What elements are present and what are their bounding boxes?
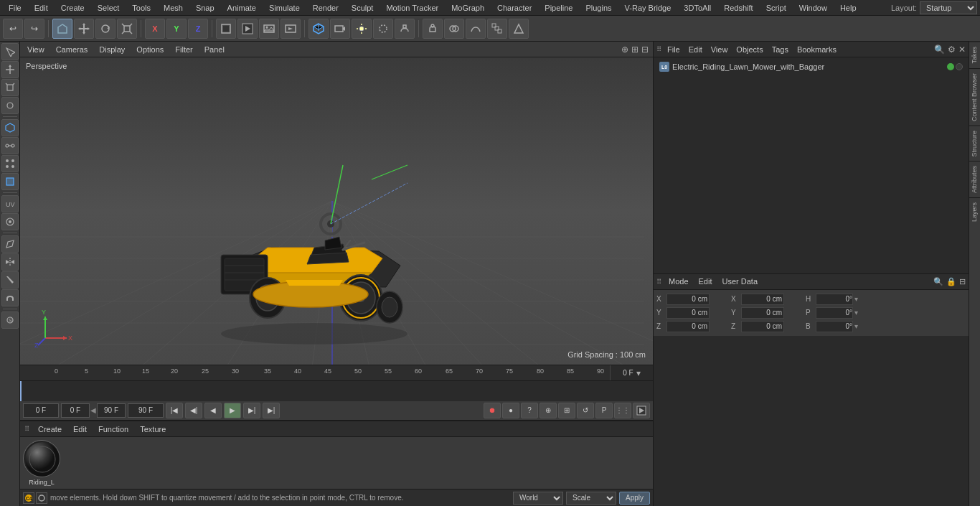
- magnet-btn[interactable]: [1, 289, 19, 306]
- menu-pipeline[interactable]: Pipeline: [539, 2, 578, 14]
- scale-tool-btn[interactable]: [1, 79, 19, 96]
- menu-sculpt[interactable]: Sculpt: [346, 2, 380, 14]
- menu-tools[interactable]: Tools: [126, 2, 156, 14]
- mirror-btn[interactable]: [1, 253, 19, 271]
- prev-frame-input[interactable]: [61, 403, 90, 418]
- uv-mode-btn[interactable]: UV: [1, 195, 19, 212]
- b-input[interactable]: [816, 321, 853, 332]
- cube-button[interactable]: [308, 19, 329, 39]
- vp-menu-panel[interactable]: Panel: [202, 44, 227, 55]
- objects-view-menu[interactable]: View: [708, 44, 731, 55]
- menu-plugins[interactable]: Plugins: [580, 2, 617, 14]
- menu-render[interactable]: Render: [307, 2, 344, 14]
- z-rot-input[interactable]: [741, 321, 784, 332]
- knife-btn[interactable]: [1, 271, 19, 289]
- menu-motion-tracker[interactable]: Motion Tracker: [380, 2, 444, 14]
- vp-menu-display[interactable]: Display: [96, 44, 128, 55]
- key-btn[interactable]: ?: [521, 403, 538, 418]
- vtab-attributes[interactable]: Attributes: [969, 161, 980, 197]
- vp-icon-lock[interactable]: ⊕: [621, 44, 628, 55]
- mat-menu-function[interactable]: Function: [95, 423, 131, 435]
- menu-help[interactable]: Help: [834, 2, 862, 14]
- redo-button[interactable]: ↪: [24, 19, 44, 39]
- vtab-content-browser[interactable]: Content Browser: [969, 68, 980, 126]
- rotate-button[interactable]: [95, 19, 116, 39]
- objects-search-icon[interactable]: 🔍: [934, 44, 945, 55]
- 3d-viewport[interactable]: Perspective Grid Spacing : 100 cm X Y: [20, 57, 653, 365]
- z-pos-input[interactable]: [666, 321, 710, 332]
- mat-menu-create[interactable]: Create: [35, 423, 65, 435]
- y-pos-input[interactable]: [666, 307, 710, 319]
- x-rot-input[interactable]: [741, 294, 784, 305]
- poly-pen-btn[interactable]: [1, 235, 19, 253]
- menu-script[interactable]: Script: [760, 2, 792, 14]
- camera-button[interactable]: [330, 19, 350, 39]
- goto-start-btn[interactable]: |◀: [166, 403, 183, 418]
- attr-edit-menu[interactable]: Edit: [696, 276, 715, 287]
- deformer-button[interactable]: [395, 19, 415, 39]
- menu-3dtoall[interactable]: 3DToAll: [678, 2, 717, 14]
- select-tool-btn[interactable]: [1, 43, 19, 60]
- scale-select[interactable]: Scale: [566, 492, 616, 505]
- vp-icon-layout[interactable]: ⊞: [631, 44, 639, 55]
- paint-btn[interactable]: S: [1, 311, 19, 329]
- scale-button[interactable]: [117, 19, 137, 39]
- material-item-riding[interactable]: Riding_L: [23, 440, 60, 486]
- objects-filter-icon[interactable]: ⚙: [948, 44, 956, 55]
- vp-menu-view[interactable]: View: [24, 44, 47, 55]
- undo-button[interactable]: ↩: [3, 19, 23, 39]
- attr-mode-menu[interactable]: Mode: [666, 276, 692, 287]
- object-mode-btn[interactable]: [1, 119, 19, 136]
- frame-counter-arrow[interactable]: ▾: [636, 368, 641, 378]
- menu-simulate[interactable]: Simulate: [263, 2, 306, 14]
- attr-close-icon[interactable]: ⊟: [959, 277, 966, 286]
- axis-x-button[interactable]: X: [145, 19, 165, 39]
- menu-snap[interactable]: Snap: [190, 2, 220, 14]
- vp-menu-options[interactable]: Options: [133, 44, 166, 55]
- vp-menu-filter[interactable]: Filter: [172, 44, 195, 55]
- move-keys-btn[interactable]: ⊕: [540, 403, 557, 418]
- scale-keys-btn[interactable]: ⊞: [558, 403, 575, 418]
- timeline-track[interactable]: [20, 381, 653, 401]
- point-mode-btn[interactable]: [1, 155, 19, 172]
- menu-mesh[interactable]: Mesh: [158, 2, 189, 14]
- play-btn[interactable]: ▶: [224, 403, 241, 418]
- h-input[interactable]: [816, 294, 853, 305]
- light-button[interactable]: [352, 19, 372, 39]
- attr-userdata-menu[interactable]: User Data: [720, 276, 761, 287]
- world-select[interactable]: World: [513, 492, 563, 505]
- rotate-tool-btn[interactable]: [1, 97, 19, 114]
- end-frame-input2[interactable]: [128, 403, 164, 418]
- pingpong-btn[interactable]: P: [595, 403, 613, 418]
- cloner-btn[interactable]: [487, 19, 507, 39]
- spline-btn[interactable]: [466, 19, 486, 39]
- objects-tags-menu[interactable]: Tags: [769, 44, 791, 55]
- attr-search-icon[interactable]: 🔍: [933, 277, 943, 286]
- objects-close-icon[interactable]: ✕: [958, 44, 966, 55]
- render-active-button[interactable]: [237, 19, 258, 39]
- vp-menu-cameras[interactable]: Cameras: [53, 44, 91, 55]
- mat-menu-texture[interactable]: Texture: [137, 423, 169, 435]
- scene-btn[interactable]: [509, 19, 529, 39]
- weight-btn[interactable]: [1, 213, 19, 230]
- menu-file[interactable]: File: [3, 2, 27, 14]
- vp-icon-fullscreen[interactable]: ⊟: [641, 44, 649, 55]
- attr-lock-icon[interactable]: 🔒: [946, 277, 956, 286]
- menu-select[interactable]: Select: [92, 2, 126, 14]
- menu-edit[interactable]: Edit: [29, 2, 54, 14]
- menu-window[interactable]: Window: [793, 2, 833, 14]
- axis-z-button[interactable]: Z: [188, 19, 208, 39]
- p-input[interactable]: [816, 307, 853, 319]
- menu-mograph[interactable]: MoGraph: [446, 2, 490, 14]
- render-region-button[interactable]: [216, 19, 236, 39]
- apply-button[interactable]: Apply: [619, 492, 650, 505]
- boole-btn[interactable]: [444, 19, 464, 39]
- x-pos-input[interactable]: [666, 294, 710, 305]
- objects-edit-menu[interactable]: Edit: [686, 44, 705, 55]
- render-timeline-btn[interactable]: [633, 403, 650, 418]
- menu-animate[interactable]: Animate: [222, 2, 262, 14]
- timeline-options-btn[interactable]: ⋮⋮: [614, 403, 631, 418]
- prev-frame-btn[interactable]: ◀|: [185, 403, 202, 418]
- layout-dropdown[interactable]: Startup: [920, 1, 977, 14]
- objects-bookmarks-menu[interactable]: Bookmarks: [794, 44, 839, 55]
